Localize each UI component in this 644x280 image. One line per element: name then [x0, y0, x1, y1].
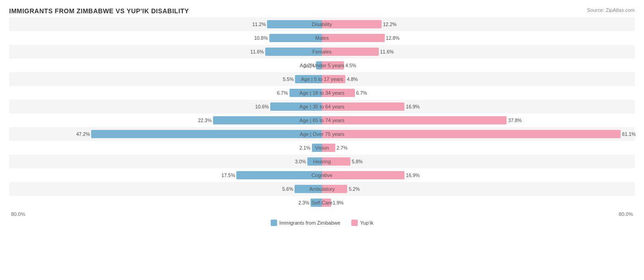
value-left: 1.2% — [304, 63, 316, 68]
chart-row: 10.6% Age | 35 to 64 years 16.9% — [9, 100, 635, 113]
row-inner: 10.6% Age | 35 to 64 years 16.9% — [9, 100, 635, 113]
bar-blue: 22.3% — [213, 116, 322, 124]
legend-item-right: Yup'ik — [351, 220, 373, 226]
bar-blue: 47.2% — [91, 130, 322, 138]
half-right: 4.5% — [322, 59, 635, 72]
bar-pink: 37.8% — [322, 116, 507, 124]
half-left: 47.2% — [9, 127, 322, 141]
value-right: 5.2% — [347, 186, 360, 192]
bar-pink: 5.2% — [322, 185, 347, 193]
value-left: 5.6% — [282, 186, 295, 192]
value-right: 12.8% — [385, 35, 400, 41]
row-inner: 11.2% Disability 12.2% — [9, 17, 635, 31]
row-inner: 47.2% Age | Over 75 years 61.1% — [9, 127, 635, 141]
half-right: 11.6% — [322, 45, 635, 59]
value-right: 12.2% — [382, 22, 397, 27]
chart-title: IMMIGRANTS FROM ZIMBABWE VS YUP'IK DISAB… — [9, 7, 189, 15]
half-right: 12.2% — [322, 17, 635, 31]
bar-blue: 5.5% — [295, 75, 322, 83]
value-right: 11.6% — [379, 49, 394, 54]
chart-row: 5.5% Age | 5 to 17 years 4.8% — [9, 72, 635, 86]
bar-pink: 4.5% — [322, 61, 344, 70]
row-inner: 11.6% Females 11.6% — [9, 45, 635, 59]
chart-rows: 11.2% Disability 12.2% 10.8% Males — [9, 17, 635, 210]
value-left: 6.7% — [277, 90, 289, 96]
bar-blue: 2.3% — [311, 199, 322, 207]
bar-blue: 2.1% — [312, 144, 322, 152]
bar-blue: 3.0% — [307, 157, 322, 166]
half-right: 1.9% — [322, 196, 635, 210]
chart-row: 10.8% Males 12.8% — [9, 31, 635, 45]
row-inner: 5.6% Ambulatory 5.2% — [9, 182, 635, 196]
chart-row: 11.6% Females 11.6% — [9, 45, 635, 59]
chart-row: 2.1% Vision 2.7% — [9, 141, 635, 155]
chart-row: 22.3% Age | 65 to 74 years 37.8% — [9, 113, 635, 127]
bar-pink: 16.9% — [322, 102, 404, 111]
value-right: 61.1% — [621, 131, 636, 137]
source-label: Source: ZipAtlas.com — [587, 7, 635, 13]
value-left: 11.2% — [252, 22, 267, 27]
axis-left-label: 80.0% — [9, 211, 322, 217]
half-right: 2.7% — [322, 141, 635, 155]
value-right: 37.8% — [507, 118, 522, 123]
half-left: 17.5% — [9, 168, 322, 182]
half-left: 6.7% — [9, 86, 322, 100]
half-right: 4.8% — [322, 72, 635, 86]
half-left: 2.1% — [9, 141, 322, 155]
value-left: 10.8% — [254, 35, 269, 41]
chart-row: 5.6% Ambulatory 5.2% — [9, 182, 635, 196]
bar-pink: 12.2% — [322, 20, 382, 28]
bar-blue: 11.2% — [267, 20, 322, 28]
bar-pink: 61.1% — [322, 130, 621, 138]
bar-pink: 4.8% — [322, 75, 345, 83]
legend: Immigrants from Zimbabwe Yup'ik — [9, 220, 635, 226]
legend-label-right: Yup'ik — [360, 220, 373, 226]
value-right: 2.7% — [335, 145, 348, 151]
half-left: 1.2% — [9, 59, 322, 72]
bar-pink: 5.8% — [322, 157, 350, 166]
bar-blue: 1.2% — [316, 61, 322, 70]
chart-row: 47.2% Age | Over 75 years 61.1% — [9, 127, 635, 141]
row-inner: 2.1% Vision 2.7% — [9, 141, 635, 155]
chart-container: IMMIGRANTS FROM ZIMBABWE VS YUP'IK DISAB… — [9, 7, 635, 226]
bar-pink: 11.6% — [322, 48, 379, 56]
legend-swatch-blue — [271, 220, 277, 226]
bar-pink: 6.7% — [322, 89, 355, 97]
chart-row: 2.3% Self-Care 1.9% — [9, 196, 635, 210]
bar-blue: 6.7% — [289, 89, 322, 97]
bar-pink: 2.7% — [322, 144, 335, 152]
half-left: 11.2% — [9, 17, 322, 31]
half-left: 3.0% — [9, 155, 322, 168]
row-inner: 10.8% Males 12.8% — [9, 31, 635, 45]
bar-blue: 17.5% — [236, 171, 322, 179]
value-left: 5.5% — [283, 76, 295, 82]
axis-right-label: 80.0% — [322, 211, 635, 217]
value-right: 1.9% — [331, 200, 344, 205]
row-inner: 5.5% Age | 5 to 17 years 4.8% — [9, 72, 635, 86]
half-left: 22.3% — [9, 113, 322, 127]
bar-pink: 12.8% — [322, 34, 385, 42]
half-right: 37.8% — [322, 113, 635, 127]
half-left: 10.8% — [9, 31, 322, 45]
row-inner: 22.3% Age | 65 to 74 years 37.8% — [9, 113, 635, 127]
half-left: 5.6% — [9, 182, 322, 196]
value-left: 17.5% — [221, 172, 236, 178]
row-inner: 2.3% Self-Care 1.9% — [9, 196, 635, 210]
half-right: 16.9% — [322, 168, 635, 182]
value-left: 2.3% — [299, 200, 311, 205]
half-left: 5.5% — [9, 72, 322, 86]
half-right: 6.7% — [322, 86, 635, 100]
chart-row: 3.0% Hearing 5.8% — [9, 155, 635, 168]
value-right: 5.8% — [350, 159, 363, 164]
half-right: 16.9% — [322, 100, 635, 113]
row-inner: 6.7% Age | 18 to 34 years 6.7% — [9, 86, 635, 100]
value-right: 16.9% — [404, 172, 420, 178]
half-right: 5.8% — [322, 155, 635, 168]
bar-blue: 11.6% — [265, 48, 322, 56]
half-left: 10.6% — [9, 100, 322, 113]
bar-pink: 16.9% — [322, 171, 404, 179]
chart-row: 11.2% Disability 12.2% — [9, 17, 635, 31]
legend-swatch-pink — [351, 220, 358, 226]
half-right: 12.8% — [322, 31, 635, 45]
bar-blue: 5.6% — [295, 185, 322, 193]
